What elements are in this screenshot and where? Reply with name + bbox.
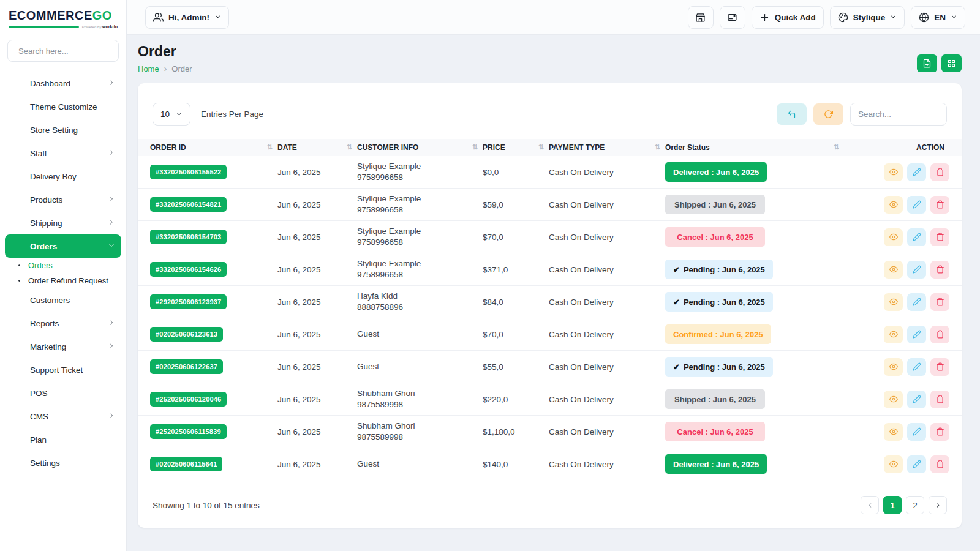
page-button[interactable]: 1 bbox=[883, 496, 902, 514]
edit-order-button[interactable] bbox=[907, 423, 926, 441]
view-order-button[interactable] bbox=[884, 455, 903, 473]
sidebar-item-settings[interactable]: Settings bbox=[5, 451, 121, 474]
order-status-badge[interactable]: Pending : Jun 6, 2025 bbox=[665, 260, 773, 279]
view-order-button[interactable] bbox=[884, 326, 903, 343]
column-payment-type[interactable]: PAYMENT TYPE bbox=[549, 143, 605, 152]
brand-logo[interactable]: ECOMMERCEGO Powered by workdo bbox=[0, 0, 126, 32]
order-id-badge[interactable]: #3320250606154626 bbox=[150, 262, 227, 277]
previous-page-button[interactable] bbox=[861, 496, 879, 514]
sort-icon[interactable]: ⇅ bbox=[655, 143, 660, 151]
reset-filters-button[interactable] bbox=[777, 103, 807, 125]
order-id-badge[interactable]: #2920250606123937 bbox=[150, 294, 227, 309]
next-page-button[interactable] bbox=[929, 496, 947, 514]
edit-order-button[interactable] bbox=[907, 455, 926, 473]
edit-order-button[interactable] bbox=[907, 163, 926, 181]
order-status-badge[interactable]: Cancel : Jun 6, 2025 bbox=[665, 227, 765, 247]
view-order-button[interactable] bbox=[884, 423, 903, 441]
order-status-badge[interactable]: Shipped : Jun 6, 2025 bbox=[665, 195, 765, 214]
sort-icon[interactable]: ⇅ bbox=[267, 143, 273, 151]
order-status-badge[interactable]: Delivered : Jun 6, 2025 bbox=[665, 454, 767, 474]
theme-select-button[interactable]: Stylique bbox=[830, 6, 905, 29]
edit-order-button[interactable] bbox=[907, 326, 926, 343]
sidebar-item-customers[interactable]: Customers bbox=[5, 288, 121, 312]
delete-order-button[interactable] bbox=[930, 293, 949, 311]
language-select-button[interactable]: EN bbox=[911, 6, 965, 29]
page-button[interactable]: 2 bbox=[906, 496, 924, 514]
sidebar-item-marketing[interactable]: Marketing bbox=[5, 335, 121, 358]
sidebar-item-order-refund-request[interactable]: Order Refund Request bbox=[5, 273, 121, 288]
sidebar-item-orders[interactable]: Orders bbox=[5, 234, 121, 258]
order-id-badge[interactable]: #3320250606154821 bbox=[150, 197, 227, 212]
sort-icon[interactable]: ⇅ bbox=[472, 143, 478, 151]
order-status-badge[interactable]: Confirmed : Jun 6, 2025 bbox=[665, 324, 771, 344]
sidebar-item-support-ticket[interactable]: Support Ticket bbox=[5, 358, 121, 381]
sidebar-item-dashboard[interactable]: Dashboard bbox=[5, 72, 121, 95]
order-price: $84,0 bbox=[483, 298, 549, 307]
sidebar-item-cms[interactable]: CMS bbox=[5, 405, 121, 428]
delete-order-button[interactable] bbox=[930, 358, 949, 376]
order-status-badge[interactable]: Cancel : Jun 6, 2025 bbox=[665, 422, 765, 441]
delete-order-button[interactable] bbox=[930, 423, 949, 441]
column-date[interactable]: DATE bbox=[277, 143, 297, 152]
order-id-badge[interactable]: #020250606115641 bbox=[150, 457, 222, 471]
sidebar-search-input[interactable] bbox=[18, 47, 126, 56]
sort-icon[interactable]: ⇅ bbox=[834, 143, 839, 151]
refresh-button[interactable] bbox=[813, 103, 843, 125]
entries-per-page-select[interactable]: 10 bbox=[153, 103, 190, 126]
table-search-input[interactable] bbox=[850, 103, 947, 126]
order-status-badge[interactable]: Pending : Jun 6, 2025 bbox=[665, 292, 773, 312]
order-status-badge[interactable]: Delivered : Jun 6, 2025 bbox=[665, 162, 767, 182]
sidebar-item-products[interactable]: Products bbox=[5, 188, 121, 211]
export-button[interactable] bbox=[917, 54, 937, 72]
order-id-badge[interactable]: #020250606123613 bbox=[150, 327, 223, 342]
sidebar-item-store-setting[interactable]: Store Setting bbox=[5, 118, 121, 141]
admin-menu-button[interactable]: Hi, Admin! bbox=[145, 6, 229, 29]
column-price[interactable]: PRICE bbox=[483, 143, 505, 152]
edit-order-button[interactable] bbox=[907, 391, 926, 408]
view-order-button[interactable] bbox=[884, 196, 903, 214]
order-status-badge[interactable]: Pending : Jun 6, 2025 bbox=[665, 357, 773, 377]
delete-order-button[interactable] bbox=[930, 455, 949, 473]
view-order-button[interactable] bbox=[884, 261, 903, 279]
order-id-badge[interactable]: #020250606122637 bbox=[150, 359, 223, 374]
view-order-button[interactable] bbox=[884, 358, 903, 376]
quick-add-button[interactable]: Quick Add bbox=[752, 6, 824, 29]
view-order-button[interactable] bbox=[884, 391, 903, 408]
column-order-status[interactable]: Order Status bbox=[665, 143, 710, 152]
order-id-badge[interactable]: #3320250606155522 bbox=[150, 165, 227, 179]
edit-order-button[interactable] bbox=[907, 196, 926, 214]
edit-order-button[interactable] bbox=[907, 261, 926, 279]
sidebar-item-shipping[interactable]: Shipping bbox=[5, 211, 121, 234]
delete-order-button[interactable] bbox=[930, 326, 949, 343]
sidebar-item-pos[interactable]: POS bbox=[5, 381, 121, 405]
email-template-button[interactable] bbox=[720, 6, 745, 29]
sidebar-item-plan[interactable]: Plan bbox=[5, 428, 121, 451]
delete-order-button[interactable] bbox=[930, 163, 949, 181]
grid-view-button[interactable] bbox=[941, 54, 962, 72]
view-order-button[interactable] bbox=[884, 228, 903, 246]
delete-order-button[interactable] bbox=[930, 261, 949, 279]
delete-order-button[interactable] bbox=[930, 391, 949, 408]
sidebar-item-orders[interactable]: Orders bbox=[5, 258, 121, 273]
edit-order-button[interactable] bbox=[907, 228, 926, 246]
order-status-badge[interactable]: Shipped : Jun 6, 2025 bbox=[665, 389, 765, 409]
view-order-button[interactable] bbox=[884, 293, 903, 311]
order-id-badge[interactable]: #2520250606115839 bbox=[150, 424, 227, 439]
sidebar-item-theme-customize[interactable]: Theme Customize bbox=[5, 95, 121, 118]
sort-icon[interactable]: ⇅ bbox=[347, 143, 352, 151]
sidebar-item-staff[interactable]: Staff bbox=[5, 141, 121, 165]
edit-order-button[interactable] bbox=[907, 293, 926, 311]
delete-order-button[interactable] bbox=[930, 228, 949, 246]
column-customer-info[interactable]: CUSTOMER INFO bbox=[357, 143, 418, 152]
sort-icon[interactable]: ⇅ bbox=[538, 143, 544, 151]
storefront-button[interactable] bbox=[688, 6, 714, 29]
sidebar-item-reports[interactable]: Reports bbox=[5, 312, 121, 335]
view-order-button[interactable] bbox=[884, 163, 903, 181]
sidebar-item-delivery-boy[interactable]: Delivery Boy bbox=[5, 165, 121, 188]
order-id-badge[interactable]: #2520250606120046 bbox=[150, 392, 227, 407]
order-id-badge[interactable]: #3320250606154703 bbox=[150, 230, 227, 244]
breadcrumb-home-link[interactable]: Home bbox=[138, 64, 159, 73]
delete-order-button[interactable] bbox=[930, 196, 949, 214]
column-order-id[interactable]: ORDER ID bbox=[150, 143, 186, 152]
edit-order-button[interactable] bbox=[907, 358, 926, 376]
